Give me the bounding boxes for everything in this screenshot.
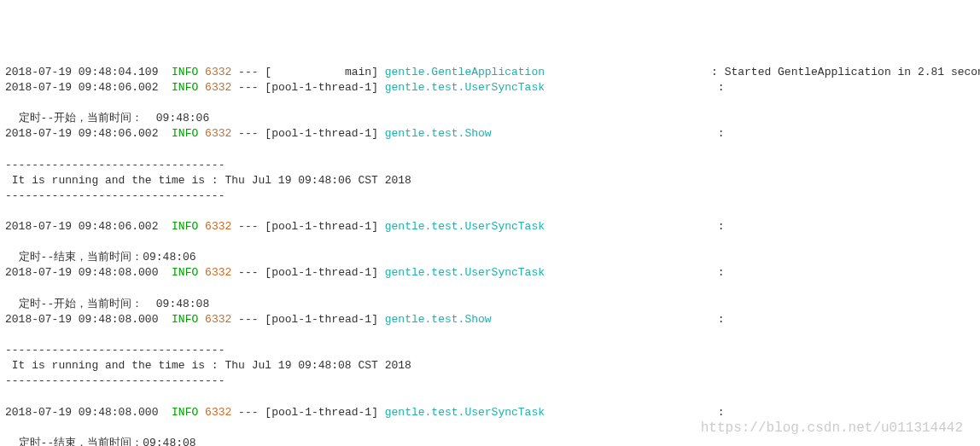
log-pid: 6332	[205, 81, 231, 94]
blank-line	[5, 96, 975, 111]
log-logger-padding	[545, 66, 711, 78]
log-timestamp: 2018-07-19 09:48:08.000	[5, 406, 158, 419]
log-logger: gentle.test.UserSyncTask	[385, 266, 545, 279]
log-logger-padding	[492, 127, 718, 140]
log-level: INFO	[172, 220, 198, 233]
log-line: 2018-07-19 09:48:08.000 INFO 6332 --- [p…	[5, 265, 975, 281]
log-dash: ---	[238, 266, 258, 279]
log-pid: 6332	[205, 313, 231, 326]
log-timestamp: 2018-07-19 09:48:08.000	[5, 266, 158, 279]
log-dash: ---	[238, 127, 258, 140]
blank-line	[5, 142, 975, 158]
log-line: 2018-07-19 09:48:06.002 INFO 6332 --- [p…	[5, 80, 975, 96]
separator-line: ---------------------------------	[5, 374, 975, 389]
blank-line	[5, 204, 975, 219]
log-pid: 6332	[205, 266, 231, 279]
log-timestamp: 2018-07-19 09:48:06.002	[5, 220, 158, 233]
log-dash: ---	[238, 313, 258, 326]
log-dash: ---	[238, 66, 258, 78]
separator-line: ---------------------------------	[5, 343, 975, 358]
log-timestamp: 2018-07-19 09:48:06.002	[5, 127, 158, 140]
log-thread: [pool-1-thread-1]	[265, 266, 378, 279]
log-logger-padding	[492, 313, 718, 326]
log-thread: [pool-1-thread-1]	[265, 127, 378, 140]
plain-output-line: 定时--开始，当前时间： 09:48:08	[5, 297, 975, 312]
log-level: INFO	[172, 266, 198, 279]
plain-output-line: 定时--结束，当前时间：09:48:08	[5, 436, 975, 446]
blank-line	[5, 327, 975, 343]
log-logger: gentle.test.Show	[385, 127, 492, 140]
log-message: :	[718, 81, 732, 94]
log-dash: ---	[238, 406, 258, 419]
log-pid: 6332	[205, 66, 231, 78]
log-pid: 6332	[205, 406, 231, 419]
log-level: INFO	[172, 313, 198, 326]
log-pid: 6332	[205, 220, 231, 233]
separator-line: ---------------------------------	[5, 158, 975, 173]
log-line: 2018-07-19 09:48:04.109 INFO 6332 --- [ …	[5, 65, 975, 80]
log-thread: [ main]	[265, 66, 378, 78]
log-dash: ---	[238, 81, 258, 94]
log-pid: 6332	[205, 127, 231, 140]
log-message: :	[718, 220, 732, 233]
log-logger: gentle.GentleApplication	[385, 66, 545, 78]
blank-line	[5, 420, 975, 436]
plain-output-line: It is running and the time is : Thu Jul …	[5, 173, 975, 188]
log-level: INFO	[172, 81, 198, 94]
log-message: :	[718, 406, 732, 419]
log-logger-padding	[545, 406, 718, 419]
log-timestamp: 2018-07-19 09:48:04.109	[5, 66, 158, 78]
log-logger: gentle.test.UserSyncTask	[385, 81, 545, 94]
log-logger: gentle.test.UserSyncTask	[385, 220, 545, 233]
log-logger-padding	[545, 220, 718, 233]
log-level: INFO	[172, 406, 198, 419]
plain-output-line: 定时--开始，当前时间： 09:48:06	[5, 111, 975, 126]
plain-output-line: It is running and the time is : Thu Jul …	[5, 358, 975, 374]
blank-line	[5, 235, 975, 250]
log-dash: ---	[238, 220, 258, 233]
log-logger: gentle.test.UserSyncTask	[385, 406, 545, 419]
log-message: :	[718, 266, 732, 279]
log-thread: [pool-1-thread-1]	[265, 406, 378, 419]
log-line: 2018-07-19 09:48:06.002 INFO 6332 --- [p…	[5, 219, 975, 235]
console-log-output: 2018-07-19 09:48:04.109 INFO 6332 --- [ …	[5, 65, 975, 446]
log-logger-padding	[545, 266, 718, 279]
log-level: INFO	[172, 66, 198, 78]
log-logger-padding	[545, 81, 718, 94]
log-line: 2018-07-19 09:48:06.002 INFO 6332 --- [p…	[5, 126, 975, 142]
log-message: :	[718, 313, 732, 326]
separator-line: ---------------------------------	[5, 188, 975, 204]
log-timestamp: 2018-07-19 09:48:08.000	[5, 313, 158, 326]
log-thread: [pool-1-thread-1]	[265, 81, 378, 94]
log-line: 2018-07-19 09:48:08.000 INFO 6332 --- [p…	[5, 405, 975, 420]
log-timestamp: 2018-07-19 09:48:06.002	[5, 81, 158, 94]
log-line: 2018-07-19 09:48:08.000 INFO 6332 --- [p…	[5, 312, 975, 327]
log-logger: gentle.test.Show	[385, 313, 492, 326]
log-message: : Started GentleApplication in 2.81 seco…	[711, 66, 980, 78]
log-message: :	[718, 127, 732, 140]
log-level: INFO	[172, 127, 198, 140]
blank-line	[5, 281, 975, 297]
log-thread: [pool-1-thread-1]	[265, 313, 378, 326]
blank-line	[5, 390, 975, 405]
plain-output-line: 定时--结束，当前时间：09:48:06	[5, 250, 975, 265]
log-thread: [pool-1-thread-1]	[265, 220, 378, 233]
